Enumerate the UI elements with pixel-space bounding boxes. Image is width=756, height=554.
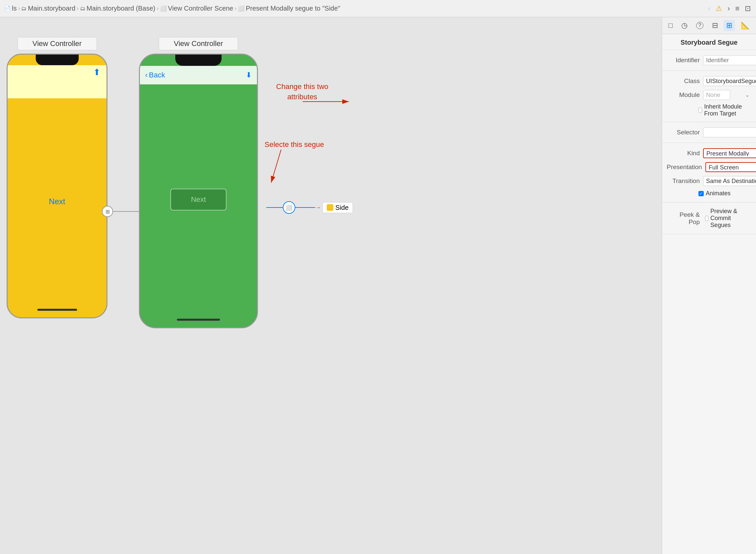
library-panel-button[interactable]: ⊟ <box>709 20 720 31</box>
help-panel-icon: ? <box>696 22 703 29</box>
breadcrumb-label-3: Main.storyboard (Base) <box>87 5 155 12</box>
top-bar: 📄 ls › 🗂 Main.storyboard › 🗂 Main.storyb… <box>0 0 756 17</box>
class-input-wrapper: + ⌄ <box>703 76 756 86</box>
kind-select-wrapper: Present Modally Show Show Detail Present… <box>703 148 756 158</box>
preview-commit-label: Preview & Commit Segues <box>710 208 751 229</box>
class-label: Class <box>667 77 700 85</box>
class-section: Class + ⌄ Module None ⌄ <box>662 71 756 122</box>
select-annotation-arrow <box>268 150 301 189</box>
class-input[interactable] <box>703 76 756 86</box>
inherit-checkbox[interactable] <box>698 108 702 113</box>
phone1-segue-node: ⊞ <box>102 206 113 217</box>
breadcrumb-item-2[interactable]: 🗂 Main.storyboard <box>21 5 75 12</box>
storyboard-icon: 🗂 <box>21 6 26 12</box>
breadcrumb-label-2: Main.storyboard <box>28 5 75 12</box>
storyboard-base-icon: 🗂 <box>80 6 85 12</box>
phone2-notch <box>175 55 222 66</box>
file-panel-button[interactable]: □ <box>666 20 675 31</box>
class-row: Class + ⌄ <box>662 74 756 88</box>
change-attributes-annotation: Change this twoattributes <box>276 82 328 102</box>
window-button[interactable]: ⊡ <box>743 3 752 14</box>
module-wrapper: None ⌄ <box>703 90 751 100</box>
nav-forward-button[interactable]: › <box>726 3 731 14</box>
phone2-main: Next <box>140 85 257 315</box>
breadcrumb-sep-3: › <box>157 5 159 12</box>
phone1-bottom-bar <box>38 309 77 311</box>
presentation-select[interactable]: Full Screen Current Context Page Sheet F… <box>705 162 756 172</box>
ruler-panel-icon: 📐 <box>741 21 750 30</box>
history-panel-icon: ◷ <box>681 21 688 30</box>
scene-icon: ⬜ <box>160 5 167 12</box>
breadcrumb-item-5[interactable]: ⬜ Present Modally segue to "Side" <box>238 5 340 12</box>
segue-connector-2: ⬜ → Side <box>265 201 353 214</box>
file-icon: 📄 <box>4 5 11 12</box>
phone1-label: View Controller <box>17 37 97 50</box>
presentation-label: Presentation <box>667 164 702 171</box>
attributes-panel-button[interactable]: ⊞ <box>723 20 735 31</box>
identifier-label: Identifier <box>667 57 700 64</box>
share-icon: ⬆ <box>93 67 101 77</box>
side-node-icon <box>327 204 333 211</box>
segue-icon: ⬜ <box>238 5 244 12</box>
selector-input[interactable] <box>703 127 756 137</box>
nav-warning-button[interactable]: ⚠ <box>714 3 723 14</box>
selector-section: Selector <box>662 122 756 143</box>
main-area: View Controller ⬆ Next ⊞ → Vie <box>0 17 756 554</box>
download-icon: ⬇ <box>246 71 252 79</box>
side-node-label: Side <box>335 204 349 212</box>
right-panel: □ ◷ ? ⊟ ⊞ 📐 Storyboard Segue Identifier <box>662 17 756 554</box>
kind-section: Kind Present Modally Show Show Detail Pr… <box>662 143 756 203</box>
breadcrumb-item-4[interactable]: ⬜ View Controller Scene <box>160 5 234 12</box>
breadcrumb-label-5: Present Modally segue to "Side" <box>246 5 340 12</box>
change-annotation-arrow <box>303 98 356 125</box>
phone1-top-area: ⬆ <box>8 65 107 98</box>
phone2-nav: ‹ Back ⬇ <box>140 66 257 85</box>
canvas-area[interactable]: View Controller ⬆ Next ⊞ → Vie <box>0 17 662 554</box>
animates-label: Animates <box>706 190 731 197</box>
phone1-segue-circle: ⊞ <box>102 206 113 217</box>
phone2-bottom-bar <box>177 319 220 321</box>
breadcrumb-item-1[interactable]: 📄 ls <box>4 5 16 12</box>
kind-label: Kind <box>667 150 700 157</box>
phone1-body: ⬆ Next <box>7 54 108 318</box>
phone2-back-label: Back <box>149 71 165 79</box>
grid-button[interactable]: ≡ <box>734 3 741 14</box>
select-segue-annotation: Selecte this segue <box>265 140 324 150</box>
breadcrumb-label-4: View Controller Scene <box>168 5 234 12</box>
breadcrumb-item-3[interactable]: 🗂 Main.storyboard (Base) <box>80 5 155 12</box>
nav-back-button[interactable]: ‹ <box>707 3 712 14</box>
phone1-main: Next <box>8 98 107 305</box>
breadcrumb: 📄 ls › 🗂 Main.storyboard › 🗂 Main.storyb… <box>4 5 705 12</box>
history-panel-button[interactable]: ◷ <box>679 20 690 31</box>
peek-row: Peek & Pop Preview & Commit Segues <box>662 206 756 231</box>
phone2-next-button: Next <box>170 189 226 211</box>
help-panel-button[interactable]: ? <box>693 20 706 31</box>
selector-label: Selector <box>667 129 700 136</box>
breadcrumb-label-1: ls <box>12 5 16 12</box>
breadcrumb-sep-1: › <box>18 5 20 12</box>
phone1-notch <box>36 55 79 65</box>
transition-row: Transition Same As Destination Cover Ver… <box>662 174 756 188</box>
identifier-input[interactable] <box>703 55 756 65</box>
peek-label: Peek & Pop <box>667 211 700 226</box>
phone2-body: ‹ Back ⬇ Next <box>139 54 258 328</box>
panel-title: Storyboard Segue <box>662 34 756 50</box>
kind-row: Kind Present Modally Show Show Detail Pr… <box>662 146 756 160</box>
peek-checkbox[interactable] <box>705 216 708 221</box>
kind-select[interactable]: Present Modally Show Show Detail Present… <box>703 148 756 158</box>
inherit-row: Inherit Module From Target <box>662 102 756 118</box>
peek-section: Peek & Pop Preview & Commit Segues <box>662 203 756 234</box>
phone1-container: View Controller ⬆ Next <box>7 37 108 318</box>
svg-line-3 <box>271 150 281 183</box>
ruler-panel-button[interactable]: 📐 <box>738 20 752 31</box>
module-label: Module <box>667 91 700 99</box>
side-destination-node: Side <box>322 202 353 213</box>
segue-source-circle[interactable]: ⬜ <box>283 201 295 214</box>
selector-row: Selector <box>662 125 756 139</box>
select-annotation-text: Selecte this segue <box>265 140 324 149</box>
inherit-label: Inherit Module From Target <box>704 103 751 117</box>
animates-checkbox[interactable]: ✓ <box>698 191 704 196</box>
phone2-back-btn: ‹ Back <box>145 71 165 79</box>
transition-select[interactable]: Same As Destination Cover Vertical Flip … <box>703 176 756 186</box>
module-select[interactable]: None <box>703 90 730 100</box>
